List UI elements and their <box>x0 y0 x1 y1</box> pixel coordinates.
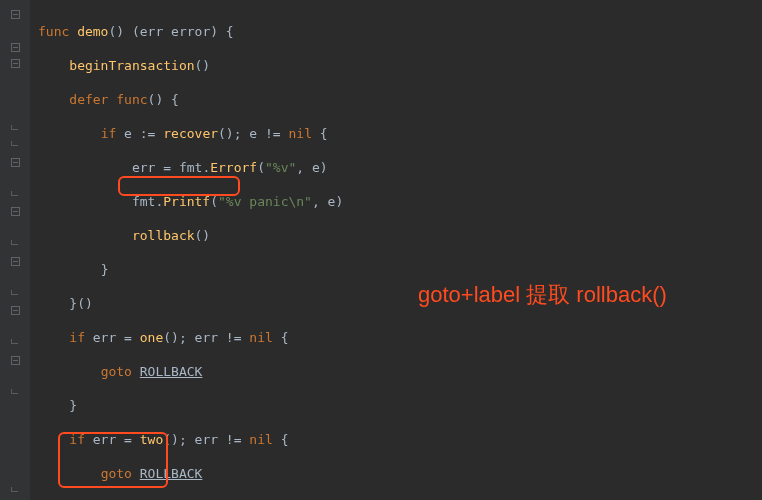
annotation-text: goto+label 提取 rollback() <box>418 280 667 310</box>
call-rollback: rollback <box>132 228 195 243</box>
string-literal: "%v panic\n" <box>218 194 312 209</box>
fold-marker[interactable] <box>0 204 30 220</box>
fold-marker[interactable] <box>0 302 30 318</box>
code-editor: func demo() (err error) { beginTransacti… <box>0 0 762 500</box>
gutter <box>0 0 30 500</box>
function-name: demo <box>77 24 108 39</box>
fold-marker[interactable] <box>0 352 30 368</box>
label-ref: ROLLBACK <box>140 364 203 379</box>
keyword-defer: defer <box>69 92 108 107</box>
fold-end-marker <box>0 121 30 137</box>
fold-end-marker <box>0 237 30 253</box>
fold-end-marker <box>0 484 30 500</box>
fold-end-marker <box>0 138 30 154</box>
fold-end-marker <box>0 385 30 401</box>
call-beginTransaction: beginTransaction <box>69 58 194 73</box>
fold-marker[interactable] <box>0 154 30 170</box>
fold-end-marker <box>0 335 30 351</box>
fold-marker[interactable] <box>0 55 30 71</box>
keyword-func: func <box>38 24 69 39</box>
keyword-goto: goto <box>101 364 132 379</box>
builtin-recover: recover <box>163 126 218 141</box>
fold-marker[interactable] <box>0 253 30 269</box>
fold-end-marker <box>0 187 30 203</box>
string-literal: "%v" <box>265 160 296 175</box>
fold-marker[interactable] <box>0 39 30 55</box>
fold-marker[interactable] <box>0 6 30 22</box>
fold-end-marker <box>0 286 30 302</box>
code-area[interactable]: func demo() (err error) { beginTransacti… <box>30 0 762 500</box>
